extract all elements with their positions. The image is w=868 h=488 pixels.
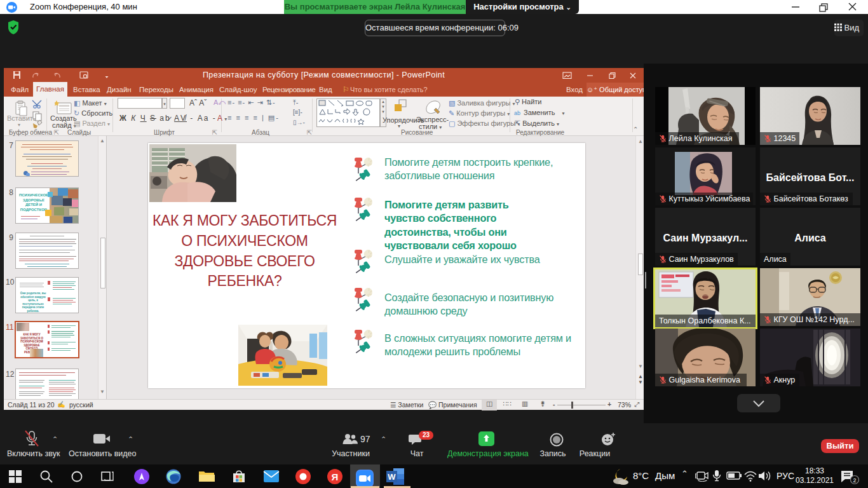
svg-text:W: W [388,472,396,482]
svg-text:Я: Я [332,471,339,482]
svg-text:2: 2 [853,477,856,484]
